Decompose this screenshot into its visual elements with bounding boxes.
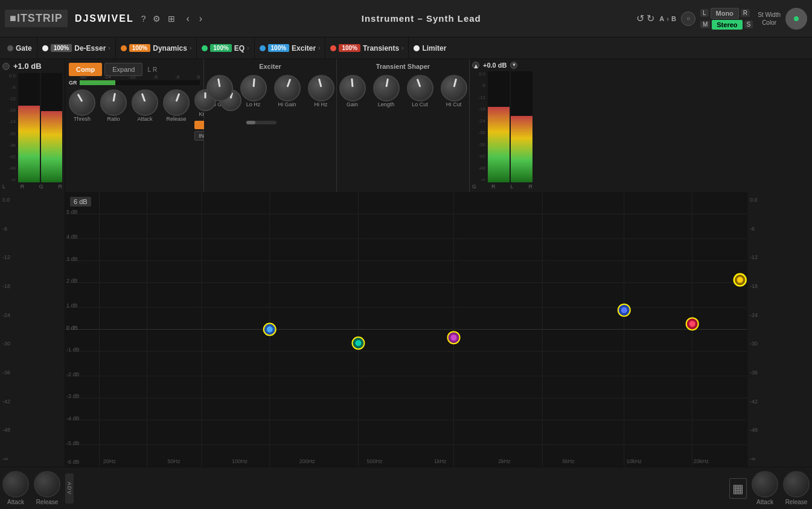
svg-point-34 <box>451 335 457 341</box>
controls-row: +1.0 dB 0.0 -6 -12 -18 -24 -30 -36 -42 -… <box>0 59 812 192</box>
dynamics-power[interactable] <box>121 45 127 51</box>
svg-point-33 <box>355 340 361 346</box>
deesser-pct: 100% <box>51 44 72 52</box>
plugin-exciter[interactable]: 100% Exciter › <box>255 37 326 59</box>
transients-power[interactable] <box>330 45 336 51</box>
eq-power[interactable] <box>202 45 208 51</box>
left-meter-panel: +1.0 dB 0.0 -6 -12 -18 -24 -30 -36 -42 -… <box>0 59 65 192</box>
vis-button[interactable]: ▦ <box>729 478 747 499</box>
exciter-title: Exciter <box>208 63 333 70</box>
thresh-indicator <box>77 94 83 102</box>
eq-label: EQ <box>234 44 245 53</box>
right-scale: 0.0 -6 -12 -18 -24 -30 -36 -42 -48 -∞ <box>472 71 487 182</box>
plugin-deesser[interactable]: 100% De-Esser › <box>37 37 116 59</box>
thresh-knob[interactable] <box>69 89 95 116</box>
help-icon[interactable]: ? <box>141 14 146 24</box>
undo-button[interactable]: ↺ <box>636 13 644 24</box>
undo-redo: ↺ ↻ <box>636 13 654 24</box>
plugin-transients[interactable]: 100% Transients › <box>325 37 409 59</box>
exciter-power[interactable] <box>260 45 266 51</box>
nav-arrows: ‹ › <box>182 12 206 25</box>
stereo-button[interactable]: Stereo <box>712 20 742 30</box>
bottom-release-right-knob[interactable] <box>783 471 810 498</box>
limiter-power[interactable] <box>414 45 420 51</box>
svg-text:0 dB: 0 dB <box>66 325 78 331</box>
comp-knobs-row: Thresh Ratio Attack Releas <box>69 89 200 141</box>
l-label: L <box>2 184 5 190</box>
exciter-section: Exciter Lo Gain Lo Hz Hi Gain <box>204 59 337 192</box>
plugin-gate[interactable]: Gate <box>2 37 37 59</box>
svg-point-32 <box>267 327 273 333</box>
release-knob[interactable] <box>163 89 190 116</box>
deesser-power[interactable] <box>42 45 48 51</box>
adv-panel[interactable]: ADV <box>65 473 74 504</box>
trans-length-label: Length <box>378 101 395 107</box>
deesser-label: De-Esser <box>74 44 106 53</box>
right-down-arrow[interactable]: ▼ <box>510 62 517 69</box>
freq-200hz: 200Hz <box>299 458 315 464</box>
svg-text:3 dB: 3 dB <box>66 256 78 262</box>
header-right: ↺ ↻ A › B ○ L Mono R M Stereo S St Width… <box>636 8 807 30</box>
right-meters: 0.0 -6 -12 -18 -24 -30 -36 -42 -48 -∞ <box>472 71 532 182</box>
left-scale: 0.0 -6 -12 -18 -24 -30 -36 -42 -48 -∞ <box>2 73 17 182</box>
exciter-lo-hz: Lo Hz <box>240 75 267 107</box>
nav-next[interactable]: › <box>196 12 206 25</box>
st-width-label: St Width <box>758 11 781 18</box>
ab-a[interactable]: A <box>659 15 664 22</box>
logo-h: ■ <box>10 12 17 24</box>
redo-button[interactable]: ↻ <box>647 13 654 24</box>
left-meter-l <box>18 73 40 182</box>
hi-hz-label: Hi Hz <box>315 101 328 107</box>
left-meter-top: +1.0 dB <box>2 62 62 71</box>
l-badge: L <box>700 9 709 17</box>
lr-gr-labels: L R G R <box>2 184 62 190</box>
lo-gain-knob[interactable] <box>206 75 233 101</box>
nav-prev[interactable]: ‹ <box>182 12 193 25</box>
logo[interactable]: ■ITSTRIP <box>5 10 68 27</box>
freq-20khz: 20kHz <box>694 458 709 464</box>
bottom-attack-right: Attack <box>752 471 778 505</box>
svg-text:-3 dB: -3 dB <box>66 393 80 399</box>
freq-1khz: 1kHz <box>434 458 447 464</box>
avatar <box>785 8 807 30</box>
trans-lo-cut-knob[interactable] <box>407 75 433 101</box>
svg-text:2 dB: 2 dB <box>66 278 78 284</box>
right-bar-r <box>511 116 532 182</box>
hi-hz-knob[interactable] <box>308 75 334 101</box>
attack-knob[interactable] <box>132 89 158 116</box>
lo-hz-knob[interactable] <box>240 75 267 101</box>
settings-icon[interactable]: ⚙ <box>153 14 161 24</box>
ab-b[interactable]: B <box>671 15 676 22</box>
bottom-release-knob[interactable] <box>34 471 60 498</box>
plugin-eq[interactable]: 100% EQ › <box>197 37 254 59</box>
right-up-arrow[interactable]: ▲ <box>472 62 479 69</box>
right-meter-top: ▲ +0.0 dB ▼ <box>472 62 532 69</box>
bottom-attack-knob[interactable] <box>2 471 29 498</box>
right-bar-l <box>488 107 510 182</box>
trans-length-knob[interactable] <box>373 75 400 101</box>
eq-grid-svg: 5 dB 4 dB 3 dB 2 dB 1 dB 0 dB -1 dB -2 d… <box>65 192 747 467</box>
mono-button[interactable]: Mono <box>711 8 739 19</box>
comp-slider[interactable] <box>246 121 277 124</box>
left-power[interactable] <box>2 63 10 70</box>
output-db: +0.0 dB <box>483 62 507 69</box>
left-bar-l <box>18 106 40 182</box>
hi-gain-knob[interactable] <box>274 75 301 101</box>
right-eq-scale: 0.0 -6 -12 -18 -24 -30 -36 -42 -48 -∞ <box>747 192 812 467</box>
plugin-dynamics[interactable]: 100% Dynamics › <box>116 37 197 59</box>
plugin-limiter[interactable]: Limiter <box>409 37 451 59</box>
thresh-group: Thresh <box>69 89 95 122</box>
gate-power[interactable] <box>7 45 13 51</box>
save-icon[interactable]: ⊞ <box>168 14 175 24</box>
bottom-attack-right-knob[interactable] <box>752 471 778 498</box>
bypass-button[interactable]: ○ <box>681 11 695 26</box>
right-meter-r <box>511 71 532 182</box>
trans-gain-knob[interactable] <box>339 75 366 101</box>
trans-hi-cut-knob[interactable] <box>441 75 467 101</box>
ratio-knob[interactable] <box>100 89 127 116</box>
release-group: Release <box>163 89 190 122</box>
freq-500hz: 500Hz <box>366 458 382 464</box>
freq-5khz: 5kHz <box>562 458 575 464</box>
attack-label: Attack <box>137 116 152 122</box>
trans-gain-label: Gain <box>347 101 358 107</box>
